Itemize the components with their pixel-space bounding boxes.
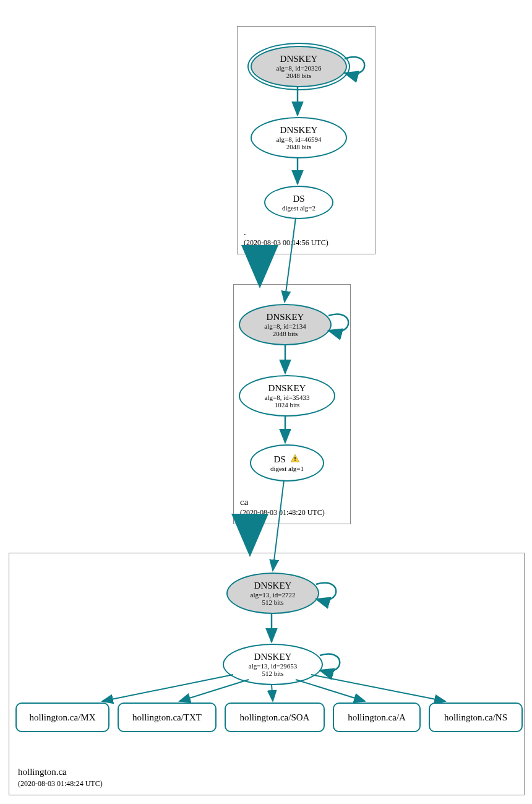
node-root-ds: DS digest alg=2 bbox=[264, 186, 333, 219]
node-ca-ds: DS digest alg=1 bbox=[250, 444, 324, 482]
node-ca-zsk: DNSKEY alg=8, id=35433 1024 bits bbox=[239, 375, 335, 417]
zone-ca-time: (2020-08-03 01:48:20 UTC) bbox=[240, 508, 325, 517]
zone-root-time: (2020-08-03 00:14:56 UTC) bbox=[244, 238, 328, 248]
zone-leaf-label: hollington.ca bbox=[18, 767, 67, 777]
node-line2: 512 bits bbox=[262, 670, 283, 677]
node-line1: alg=8, id=46594 bbox=[277, 136, 322, 143]
node-title: DNSKEY bbox=[254, 652, 292, 662]
node-ca-ksk: DNSKEY alg=8, id=2134 2048 bits bbox=[239, 304, 332, 345]
zone-root-label: . bbox=[244, 227, 246, 238]
record-a: hollington.ca/A bbox=[333, 702, 421, 732]
record-mx: hollington.ca/MX bbox=[15, 702, 109, 732]
node-title: DNSKEY bbox=[280, 54, 318, 64]
node-title: DNSKEY bbox=[268, 383, 306, 394]
node-root-zsk: DNSKEY alg=8, id=46594 2048 bits bbox=[251, 117, 347, 158]
record-ns: hollington.ca/NS bbox=[429, 702, 523, 732]
node-line1: alg=8, id=20326 bbox=[277, 64, 322, 72]
node-line2: 1024 bits bbox=[275, 401, 300, 408]
node-line1: alg=8, id=35433 bbox=[265, 394, 310, 401]
node-leaf-ksk: DNSKEY alg=13, id=2722 512 bits bbox=[226, 573, 319, 614]
node-title: DNSKEY bbox=[267, 312, 304, 322]
node-root-ksk: DNSKEY alg=8, id=20326 2048 bits bbox=[251, 46, 347, 87]
svg-rect-1 bbox=[295, 460, 296, 461]
node-title: DS bbox=[274, 454, 301, 465]
record-txt: hollington.ca/TXT bbox=[118, 702, 217, 732]
node-line1: digest alg=2 bbox=[282, 204, 315, 212]
node-line2: 2048 bits bbox=[286, 72, 312, 79]
node-title: DS bbox=[293, 194, 304, 204]
node-line1: alg=13, id=29653 bbox=[249, 662, 297, 670]
node-line2: 2048 bits bbox=[273, 330, 298, 337]
node-line2: 2048 bits bbox=[286, 143, 312, 150]
node-line2: 512 bits bbox=[262, 599, 283, 606]
record-soa: hollington.ca/SOA bbox=[225, 702, 325, 732]
zone-ca-label: ca bbox=[240, 497, 248, 508]
warning-icon bbox=[290, 454, 300, 464]
node-title: DNSKEY bbox=[254, 581, 292, 591]
node-line1: alg=8, id=2134 bbox=[264, 322, 306, 330]
node-title: DNSKEY bbox=[280, 125, 318, 136]
svg-rect-0 bbox=[295, 457, 296, 459]
zone-leaf-time: (2020-08-03 01:48:24 UTC) bbox=[18, 779, 103, 789]
node-line1: digest alg=1 bbox=[270, 465, 304, 472]
node-line1: alg=13, id=2722 bbox=[251, 591, 296, 599]
node-leaf-zsk: DNSKEY alg=13, id=29653 512 bits bbox=[223, 644, 323, 685]
